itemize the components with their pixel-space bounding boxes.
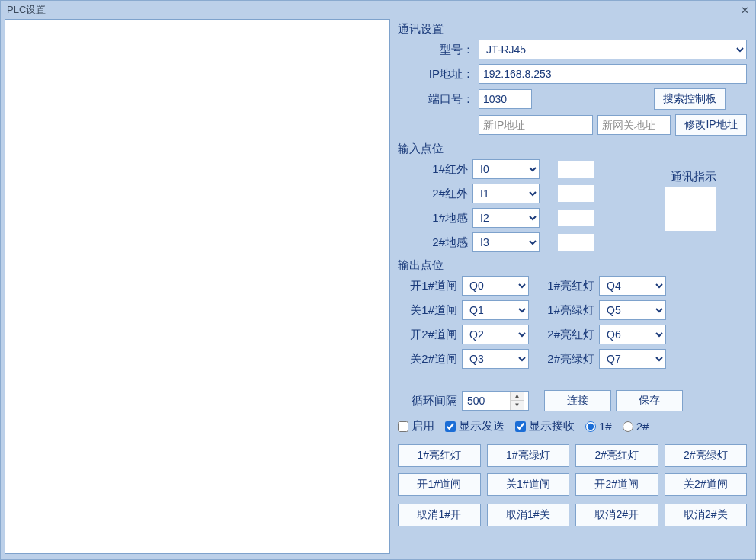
out-l-1: 关1#道闸 [398,303,457,318]
in-label-0: 1#红外 [401,162,468,177]
act-btn-3[interactable]: 2#亮绿灯 [665,444,748,467]
in-select-0[interactable]: I0 [472,159,540,179]
comm-title: 通讯设置 [398,22,747,37]
in-select-1[interactable]: I1 [472,184,540,203]
log-panel [5,19,390,554]
radio-1[interactable] [585,421,596,432]
showrecv-checkbox-label[interactable]: 显示接收 [515,419,575,434]
radio-2-label[interactable]: 2# [623,420,649,433]
in-select-2[interactable]: I2 [472,208,540,228]
cancel-btn-1[interactable]: 取消1#关 [487,504,570,526]
out-l-3: 关2#道闸 [398,352,457,366]
out-sel-l-1[interactable]: Q1 [462,300,529,320]
inputs-title: 输入点位 [398,142,747,156]
ip-input[interactable] [479,64,747,84]
radio-2[interactable] [623,421,633,432]
out-sel-r-3[interactable]: Q7 [599,349,666,369]
in-indicator-1 [558,185,594,202]
spinner-buttons[interactable]: ▲▼ [510,392,524,410]
enable-checkbox-label[interactable]: 启用 [398,419,434,434]
cancel-btn-2[interactable]: 取消2#开 [575,504,658,526]
in-indicator-0 [558,161,594,178]
out-sel-r-1[interactable]: Q5 [599,300,666,320]
out-sel-l-0[interactable]: Q0 [462,276,529,296]
port-input[interactable] [479,89,532,109]
act-btn-7[interactable]: 关2#道闸 [665,473,748,496]
cancel-btn-0[interactable]: 取消1#开 [398,504,481,526]
out-sel-r-0[interactable]: Q4 [599,276,666,296]
titlebar: PLC设置 ✕ [1,1,755,19]
out-sel-r-2[interactable]: Q6 [599,325,666,344]
showsend-checkbox-label[interactable]: 显示发送 [445,419,505,434]
search-board-button[interactable]: 搜索控制板 [654,88,726,110]
change-ip-button[interactable]: 修改IP地址 [675,114,747,136]
out-l-0: 开1#道闸 [398,279,457,293]
in-label-3: 2#地感 [401,235,468,250]
enable-checkbox[interactable] [398,421,408,432]
out-r-3: 2#亮绿灯 [538,352,594,366]
ip-label: IP地址： [407,67,474,82]
out-sel-l-3[interactable]: Q3 [462,349,529,369]
new-gateway-input[interactable] [597,115,671,135]
chevron-up-icon[interactable]: ▲ [511,392,524,401]
act-btn-2[interactable]: 2#亮红灯 [575,444,658,467]
act-btn-4[interactable]: 开1#道闸 [398,473,481,496]
model-label: 型号： [407,43,474,57]
act-btn-0[interactable]: 1#亮红灯 [398,444,481,467]
cancel-btn-3[interactable]: 取消2#关 [665,504,748,526]
act-btn-6[interactable]: 开2#道闸 [575,473,658,496]
save-button[interactable]: 保存 [616,390,683,411]
showsend-checkbox[interactable] [445,421,456,432]
comm-indicator-label: 通讯指示 [671,170,716,184]
out-l-2: 开2#道闸 [398,328,457,342]
comm-indicator [665,187,716,231]
window-title: PLC设置 [5,3,46,17]
loop-label: 循环间隔 [398,394,457,408]
in-label-2: 1#地感 [401,211,468,226]
radio-1-label[interactable]: 1# [585,420,612,433]
loop-input[interactable] [463,392,510,410]
settings-panel: 通讯设置 型号： JT-RJ45 IP地址： 端口号： 搜索控制板 [393,19,751,554]
connect-button[interactable]: 连接 [544,390,611,411]
loop-spinner[interactable]: ▲▼ [462,391,529,411]
new-ip-input[interactable] [479,115,593,135]
out-r-0: 1#亮红灯 [538,279,594,293]
in-indicator-2 [558,210,594,226]
out-r-2: 2#亮红灯 [538,328,594,342]
in-indicator-3 [558,234,594,251]
in-label-1: 2#红外 [401,187,468,201]
outputs-title: 输出点位 [398,258,747,273]
app-window: PLC设置 ✕ 通讯设置 型号： JT-RJ45 IP地址： 端 [0,0,756,560]
act-btn-5[interactable]: 关1#道闸 [487,473,570,496]
chevron-down-icon[interactable]: ▼ [511,401,524,410]
out-r-1: 1#亮绿灯 [538,303,594,318]
act-btn-1[interactable]: 1#亮绿灯 [487,444,570,467]
showrecv-checkbox[interactable] [515,421,526,432]
in-select-3[interactable]: I3 [472,232,540,252]
content: 通讯设置 型号： JT-RJ45 IP地址： 端口号： 搜索控制板 [1,19,755,558]
out-sel-l-2[interactable]: Q2 [462,325,529,344]
model-select[interactable]: JT-RJ45 [479,40,747,59]
close-icon[interactable]: ✕ [738,5,751,16]
port-label: 端口号： [407,92,474,107]
